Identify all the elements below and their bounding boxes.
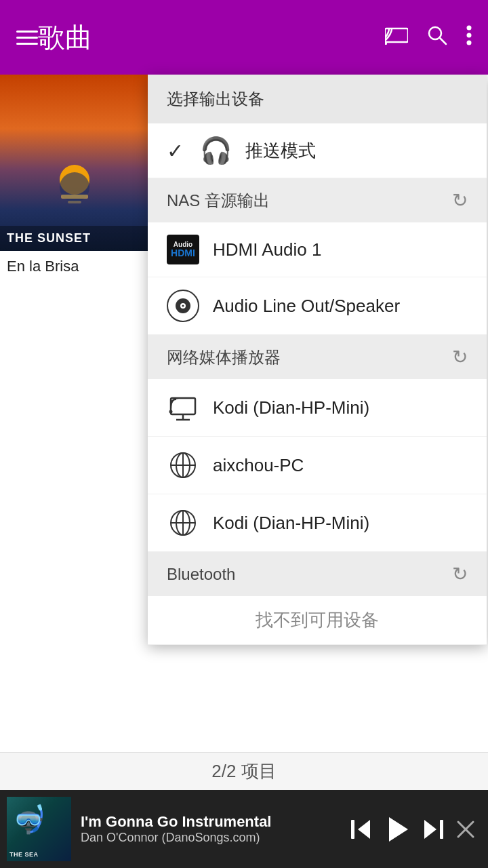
svg-rect-11 bbox=[61, 195, 88, 199]
svg-marker-27 bbox=[358, 820, 370, 839]
close-button[interactable] bbox=[455, 819, 476, 840]
svg-line-3 bbox=[440, 38, 446, 44]
status-bar: 2/2 项目 bbox=[0, 752, 488, 790]
kodi1-item[interactable]: Kodi (Dian-HP-Mini) bbox=[148, 379, 487, 437]
main-content: THE SUNSET En la Brisa 选择输出设备 ✓ 🎧 推送模式 N… bbox=[0, 75, 488, 790]
prev-button[interactable] bbox=[348, 817, 373, 842]
push-mode-label: 推送模式 bbox=[245, 139, 316, 163]
top-bar-icons bbox=[385, 25, 472, 50]
nas-section-header: NAS 音源输出 ↻ bbox=[148, 178, 487, 222]
bottom-player: 🤿 THE SEA I'm Gonna Go Instrumental Dan … bbox=[0, 790, 488, 868]
svg-rect-28 bbox=[351, 820, 354, 839]
player-thumb-label: THE SEA bbox=[7, 848, 41, 861]
player-title: I'm Gonna Go Instrumental bbox=[81, 813, 339, 831]
svg-rect-31 bbox=[440, 820, 443, 839]
svg-rect-12 bbox=[68, 201, 81, 203]
line-out-item[interactable]: Audio Line Out/Speaker bbox=[148, 277, 487, 335]
hdmi-icon: Audio HDMI bbox=[167, 235, 199, 264]
top-bar: 歌曲 bbox=[0, 0, 488, 75]
svg-point-6 bbox=[467, 40, 472, 45]
hamburger-line-3 bbox=[16, 43, 38, 45]
player-info: I'm Gonna Go Instrumental Dan O'Connor (… bbox=[71, 813, 348, 845]
bluetooth-section-header: Bluetooth ↻ bbox=[148, 552, 487, 596]
dropdown-header: 选择输出设备 bbox=[148, 75, 487, 123]
network-label: 网络媒体播放器 bbox=[167, 347, 281, 368]
network-section-header: 网络媒体播放器 ↻ bbox=[148, 335, 487, 379]
hamburger-line-1 bbox=[16, 31, 38, 33]
more-button[interactable] bbox=[466, 25, 472, 50]
cast-screen-icon bbox=[167, 391, 199, 424]
line-out-label: Audio Line Out/Speaker bbox=[213, 296, 400, 317]
player-controls bbox=[348, 814, 481, 844]
album-card[interactable]: THE SUNSET En la Brisa bbox=[0, 75, 149, 285]
album-art: THE SUNSET bbox=[0, 75, 149, 251]
player-thumbnail[interactable]: 🤿 THE SEA bbox=[7, 797, 71, 861]
bluetooth-refresh-icon[interactable]: ↻ bbox=[452, 563, 468, 585]
hamburger-line-2 bbox=[16, 37, 38, 39]
output-device-dropdown: 选择输出设备 ✓ 🎧 推送模式 NAS 音源输出 ↻ Audio HDMI HD… bbox=[148, 75, 487, 645]
svg-point-4 bbox=[467, 25, 472, 30]
bluetooth-label: Bluetooth bbox=[167, 565, 235, 584]
svg-rect-15 bbox=[171, 398, 195, 414]
svg-point-14 bbox=[182, 305, 184, 307]
search-button[interactable] bbox=[427, 25, 447, 50]
aixchou-item[interactable]: aixchou-PC bbox=[148, 437, 487, 494]
headphones-icon: 🎧 bbox=[200, 136, 232, 165]
svg-marker-30 bbox=[424, 820, 436, 839]
diver-icon: 🤿 bbox=[12, 804, 46, 835]
checkmark-icon: ✓ bbox=[167, 139, 184, 163]
push-mode-item[interactable]: ✓ 🎧 推送模式 bbox=[148, 123, 487, 178]
kodi2-label: Kodi (Dian-HP-Mini) bbox=[213, 513, 369, 534]
page-title: 歌曲 bbox=[38, 19, 385, 56]
menu-button[interactable] bbox=[16, 31, 38, 45]
network-device-icon-1 bbox=[167, 449, 199, 481]
hdmi-audio-label: HDMI Audio 1 bbox=[213, 239, 321, 260]
play-button[interactable] bbox=[382, 814, 412, 844]
svg-point-18 bbox=[169, 410, 173, 414]
no-bluetooth-item: 找不到可用设备 bbox=[148, 596, 487, 645]
cast-button[interactable] bbox=[385, 26, 408, 50]
status-text: 2/2 项目 bbox=[211, 760, 276, 783]
network-refresh-icon[interactable]: ↻ bbox=[452, 346, 468, 368]
kodi2-item[interactable]: Kodi (Dian-HP-Mini) bbox=[148, 494, 487, 552]
svg-point-5 bbox=[467, 33, 472, 37]
album-art-overlay: THE SUNSET bbox=[0, 226, 149, 251]
speaker-icon bbox=[167, 290, 199, 322]
aixchou-label: aixchou-PC bbox=[213, 455, 304, 476]
kodi1-label: Kodi (Dian-HP-Mini) bbox=[213, 397, 369, 418]
no-device-label: 找不到可用设备 bbox=[256, 608, 379, 632]
hdmi-audio-item[interactable]: Audio HDMI HDMI Audio 1 bbox=[148, 222, 487, 277]
svg-marker-29 bbox=[389, 817, 408, 842]
player-artist: Dan O'Connor (DanoSongs.com) bbox=[81, 831, 339, 845]
album-art-label: THE SUNSET bbox=[7, 231, 142, 245]
album-title: En la Brisa bbox=[0, 251, 149, 282]
nas-refresh-icon[interactable]: ↻ bbox=[452, 189, 468, 212]
next-button[interactable] bbox=[422, 817, 446, 842]
network-device-icon-2 bbox=[167, 507, 199, 539]
nas-label: NAS 音源输出 bbox=[167, 190, 270, 212]
